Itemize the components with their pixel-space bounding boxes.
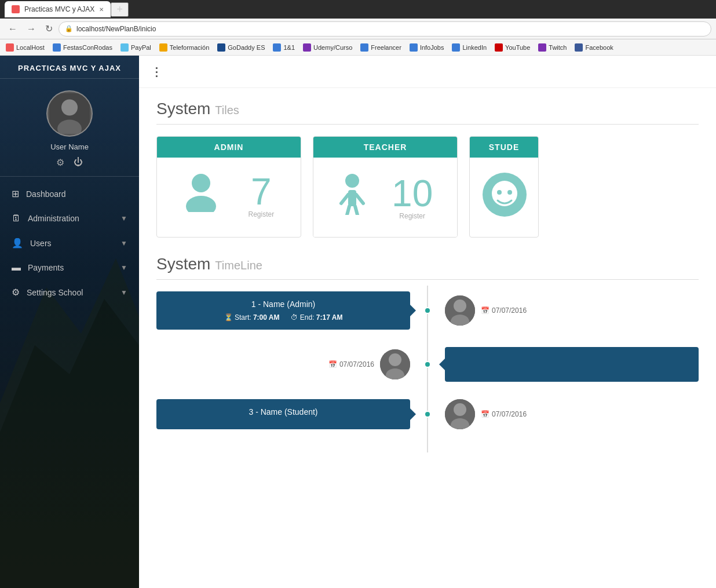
administration-icon: 🗓 (12, 213, 21, 224)
nav-bar: ← → ↻ 🔒 localhost/NewPlanB/inicio (0, 19, 716, 39)
bookmark-localhost[interactable]: LocalHost (2, 42, 48, 53)
reload-button[interactable]: ↻ (42, 21, 56, 36)
tile-teacher-body: 10 Register (313, 158, 457, 237)
timeline-avatar-2 (380, 349, 410, 379)
timeline-right-1: 📅 07/07/2016 (445, 295, 699, 326)
sidebar-item-administration[interactable]: 🗓 Administration ▼ (0, 206, 139, 231)
lock-icon: 🔒 (65, 25, 73, 32)
timeline-item-2: 📅 07/07/2016 (156, 347, 699, 382)
timeline-card-2 (445, 347, 699, 382)
bookmark-icon-twitch (538, 43, 546, 52)
sidebar-item-dashboard[interactable]: ⊞ Dashboard (0, 181, 139, 206)
content-area: System Tiles ADMIN 7 (139, 88, 716, 464)
timeline-card-1-start: ⏳ Start: 7:00 AM (224, 313, 280, 322)
bookmark-teleformacion[interactable]: Teleformación (156, 42, 213, 53)
tile-teacher-header: TEACHER (313, 137, 457, 158)
timeline-arrow-3 (410, 408, 416, 420)
sidebar-item-users[interactable]: 👤 Users ▼ (0, 231, 139, 255)
tile-admin: ADMIN 7 Register (156, 136, 301, 238)
menu-dots-button[interactable]: ⋮ (151, 65, 163, 79)
timeline-avatar-1 (445, 295, 475, 326)
calendar-icon-3: 📅 (481, 410, 489, 418)
tab-close-button[interactable]: ✕ (99, 6, 104, 13)
tab-favicon (12, 5, 20, 13)
timeline-left-2: 📅 07/07/2016 (156, 349, 410, 379)
svg-point-22 (389, 353, 401, 366)
back-button[interactable]: ← (5, 21, 21, 36)
timeline-section-subtitle: TimeLine (215, 259, 262, 272)
sidebar-content: PRACTICAS MVC Y AJAX User Name ⚙ ⏻ (0, 56, 139, 588)
calendar-icon-2: 📅 (328, 360, 337, 368)
svg-point-15 (492, 181, 517, 206)
url-text: localhost/NewPlanB/inicio (76, 25, 156, 33)
bookmark-icon-linkedin (452, 43, 460, 52)
browser-chrome: Practicas MVC y AJAX ✕ + ← → ↻ 🔒 localho… (0, 0, 716, 56)
bookmark-icon-infojobs (410, 43, 418, 52)
svg-point-8 (345, 174, 359, 188)
tile-teacher: TEACHER (313, 136, 458, 238)
svg-point-19 (454, 300, 466, 312)
bookmark-freelancer[interactable]: Freelancer (357, 42, 405, 53)
bookmark-icon-freelancer (360, 43, 368, 52)
bookmark-linkedin[interactable]: LinkedIn (448, 42, 490, 53)
timeline-section: 1 - Name (Admin) ⏳ Start: 7:00 AM ⏱ End:… (156, 286, 699, 452)
bookmark-twitch[interactable]: Twitch (535, 42, 570, 53)
timeline-date-3: 📅 07/07/2016 (481, 410, 527, 418)
sidebar-item-settings-school[interactable]: ⚙ Settings School ▼ (0, 280, 139, 305)
bookmark-icon-paypal (120, 43, 129, 52)
tab-bar: Practicas MVC y AJAX ✕ + (0, 0, 716, 19)
address-bar[interactable]: 🔒 localhost/NewPlanB/inicio (59, 21, 711, 36)
timeline-avatar-3 (445, 399, 475, 429)
svg-line-12 (347, 206, 349, 215)
users-chevron-icon: ▼ (120, 239, 127, 247)
tiles-section-header: System Tiles (156, 100, 699, 125)
bookmark-festas[interactable]: FestasConRodas (49, 42, 116, 53)
bookmark-infojobs[interactable]: InfoJobs (406, 42, 448, 53)
bookmark-icon-localhost (6, 43, 14, 52)
dashboard-label: Dashboard (26, 189, 66, 199)
timeline-item-3: 3 - Name (Student) (156, 399, 699, 429)
svg-point-7 (186, 196, 216, 212)
users-icon: 👤 (12, 238, 23, 249)
admin-person-icon (184, 171, 218, 220)
sidebar-item-payments[interactable]: ▬ Payments ▼ (0, 255, 139, 280)
bookmark-icon-festas (53, 43, 61, 52)
bookmark-godaddy[interactable]: GoDaddy ES (214, 42, 268, 53)
tile-teacher-count: 10 (392, 175, 433, 212)
bookmark-1and1[interactable]: 1&1 (269, 42, 298, 53)
payments-icon: ▬ (12, 262, 21, 273)
svg-line-10 (341, 195, 348, 203)
teacher-person-icon (338, 171, 367, 223)
bookmark-icon-teleformacion (159, 43, 167, 52)
user-section: User Name ⚙ ⏻ (0, 79, 139, 177)
payments-label: Payments (28, 263, 64, 272)
bookmark-icon-facebook (575, 43, 583, 52)
bookmark-icon-youtube (495, 43, 503, 52)
logout-icon[interactable]: ⏻ (74, 157, 83, 168)
bookmark-udemy[interactable]: Udemy/Curso (299, 42, 356, 53)
bookmark-facebook[interactable]: Facebook (571, 42, 616, 53)
bookmark-icon-1and1 (273, 43, 281, 52)
active-tab[interactable]: Practicas MVC y AJAX ✕ (5, 1, 111, 17)
tile-student: STUDE (469, 136, 539, 238)
forward-button[interactable]: → (23, 21, 39, 36)
payments-chevron-icon: ▼ (120, 264, 127, 272)
administration-chevron-icon: ▼ (120, 214, 127, 222)
main-content: ⋮ System Tiles ADMIN (139, 56, 716, 588)
svg-point-17 (507, 190, 512, 195)
settings-icon[interactable]: ⚙ (56, 157, 64, 168)
tile-student-body (470, 158, 538, 234)
timeline-dot-3 (424, 411, 431, 418)
new-tab-button[interactable]: + (111, 2, 129, 17)
tile-student-header: STUDE (470, 137, 538, 158)
sidebar: PRACTICAS MVC Y AJAX User Name ⚙ ⏻ (0, 56, 139, 588)
bookmark-youtube[interactable]: YouTube (491, 42, 534, 53)
timeline-card-3-title: 3 - Name (Student) (168, 407, 399, 417)
tile-admin-body: 7 Register (157, 158, 301, 234)
bookmark-paypal[interactable]: PayPal (117, 42, 155, 53)
timeline-right-3: 📅 07/07/2016 (445, 399, 699, 429)
dashboard-icon: ⊞ (12, 188, 19, 199)
student-face-icon (481, 171, 528, 220)
svg-line-11 (356, 195, 363, 203)
svg-rect-9 (348, 190, 356, 206)
